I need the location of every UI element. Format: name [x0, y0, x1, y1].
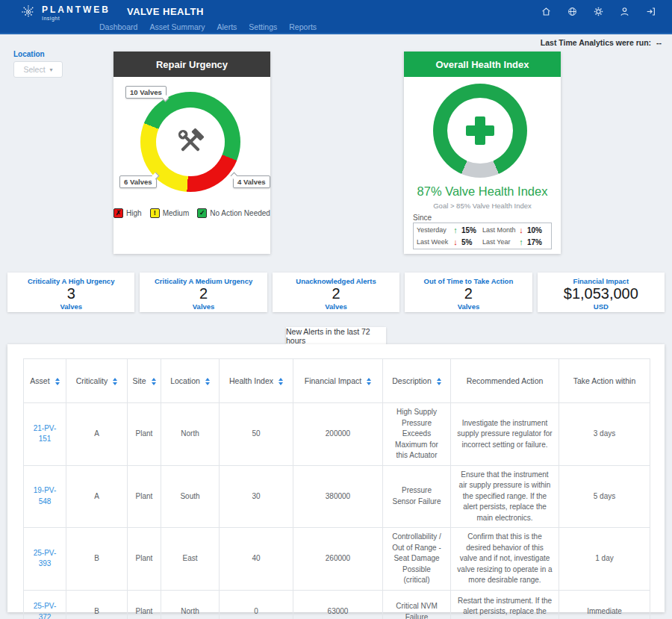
legend-item-high: ✗ High — [113, 208, 142, 218]
callout-no-action-count: 10 Valves — [125, 86, 167, 99]
cell-asset: 21-PV-151 — [24, 403, 66, 466]
cell-recommended-action: Confirm that this is the desired behavio… — [451, 528, 559, 591]
health-index-title: Overall Health Index — [404, 52, 561, 77]
cell-recommended-action: Investigate the instrument supply pressu… — [451, 403, 559, 466]
logout-icon[interactable] — [646, 7, 656, 16]
brand-name: PLANTWEB — [42, 4, 111, 15]
trend-down-icon: ↓ — [517, 225, 526, 234]
cell-health-index: 30 — [220, 465, 293, 528]
cell-location: South — [161, 465, 220, 528]
location-select[interactable]: Select ▾ — [13, 61, 63, 78]
column-header-financial-impact[interactable]: Financial Impact — [293, 359, 383, 403]
column-header-recommended-action: Recommended Action — [451, 359, 559, 403]
sort-icon[interactable] — [279, 378, 283, 385]
top-navbar: PLANTWEB Insight VALVE HEALTH — [0, 0, 672, 34]
column-header-criticality[interactable]: Criticality — [66, 359, 128, 403]
location-filter: Location Select ▾ — [13, 50, 63, 78]
brand-sub: Insight — [42, 16, 111, 21]
chevron-down-icon: ▾ — [50, 66, 53, 73]
last-analytics-note: Last Time Analytics were run: -- — [541, 38, 662, 47]
stat-yesterday: Yesterday ↑ 15% — [417, 224, 482, 236]
since-stats-box: Yesterday ↑ 15% Last Month ↓ 10% Last We… — [413, 223, 552, 249]
sort-icon[interactable] — [205, 378, 210, 385]
callout-high-count: 4 Valves — [233, 175, 270, 188]
sort-icon[interactable] — [367, 378, 371, 385]
health-donut-center — [447, 98, 513, 164]
column-header-location[interactable]: Location — [161, 359, 220, 403]
cell-financial-impact: 63000 — [293, 590, 383, 619]
asset-link[interactable]: 19-PV-548 — [34, 486, 57, 506]
new-alerts-button[interactable]: New Alerts in the last 72 hours — [286, 327, 386, 344]
sort-icon[interactable] — [55, 378, 60, 385]
user-icon[interactable] — [620, 7, 629, 16]
last-analytics-value: -- — [656, 38, 662, 47]
stat-last-year: Last Year ↑ 17% — [482, 236, 548, 248]
cell-take-action-within: 1 day — [559, 528, 650, 591]
cell-location: East — [161, 528, 220, 591]
brand: PLANTWEB Insight — [42, 3, 111, 21]
nav-link-asset-summary[interactable]: Asset Summary — [149, 22, 205, 31]
since-label: Since — [413, 214, 432, 222]
cell-criticality: A — [66, 403, 128, 466]
asset-link[interactable]: 25-PV-393 — [34, 549, 57, 568]
nav-link-reports[interactable]: Reports — [289, 22, 317, 31]
sort-icon[interactable] — [113, 378, 117, 385]
gear-icon[interactable] — [594, 7, 603, 16]
globe-icon[interactable] — [567, 7, 577, 16]
cell-site: Plant — [128, 465, 161, 528]
column-header-description[interactable]: Description — [383, 359, 451, 403]
alerts-table-card: AssetCriticalitySiteLocationHealth Index… — [7, 344, 665, 612]
cell-site: Plant — [128, 528, 161, 591]
stat-last-week: Last Week ↓ 5% — [417, 236, 482, 248]
home-icon[interactable] — [541, 7, 551, 16]
hammer-wrench-icon — [173, 125, 208, 159]
sort-icon[interactable] — [152, 378, 156, 385]
valve-health-dashboard: PLANTWEB Insight VALVE HEALTH — [0, 0, 672, 619]
legend-item-medium: ! Medium — [150, 208, 190, 218]
asset-link[interactable]: 21-PV-151 — [34, 424, 57, 444]
trend-up-icon: ↑ — [451, 225, 460, 234]
column-header-asset[interactable]: Asset — [24, 359, 66, 403]
health-index-donut-chart[interactable] — [433, 84, 527, 178]
repair-urgency-card: Repair Urgency 10 Valves 6 Valves 4 Valv… — [113, 52, 270, 254]
sort-icon[interactable] — [437, 378, 441, 385]
nav-links: DashboardAsset SummaryAlertsSettingsRepo… — [99, 22, 317, 31]
nav-icons — [541, 7, 662, 16]
kpi-financial-impact[interactable]: Financial Impact $1,053,000 USD — [538, 273, 665, 312]
repair-donut-center — [156, 108, 225, 176]
kpi-unacknowledged-alerts[interactable]: Unacknowledged Alerts 2 Valves — [273, 273, 399, 312]
column-header-site[interactable]: Site — [128, 359, 161, 403]
cell-asset: 19-PV-548 — [24, 465, 66, 528]
cell-recommended-action: Ensure that the instrument air supply pr… — [451, 465, 559, 528]
kpi-criticality-a-high[interactable]: Criticality A High Urgency 3 Valves — [7, 273, 134, 312]
cell-financial-impact: 260000 — [293, 528, 383, 591]
asset-link[interactable]: 25-PV-372 — [34, 602, 57, 619]
callout-medium-count: 6 Valves — [119, 175, 157, 188]
cell-asset: 25-PV-372 — [24, 590, 66, 619]
cell-site: Plant — [128, 403, 161, 466]
cell-take-action-within: Immediate — [559, 590, 650, 619]
cell-health-index: 50 — [220, 403, 293, 466]
trend-down-icon: ↓ — [451, 237, 460, 246]
alerts-table: AssetCriticalitySiteLocationHealth Index… — [23, 358, 650, 619]
nav-link-alerts[interactable]: Alerts — [217, 22, 237, 31]
nav-link-settings[interactable]: Settings — [249, 22, 277, 31]
cell-health-index: 0 — [220, 590, 293, 619]
cell-take-action-within: 5 days — [559, 465, 650, 528]
cell-description: High Supply Pressure Exceeds Maximum for… — [383, 403, 451, 466]
last-analytics-label: Last Time Analytics were run: — [541, 38, 651, 47]
trend-up-icon: ↑ — [517, 237, 526, 246]
cell-criticality: A — [66, 465, 128, 528]
cell-criticality: B — [66, 528, 128, 591]
kpi-out-of-time[interactable]: Out of Time to Take Action 2 Valves — [405, 273, 532, 312]
column-header-health-index[interactable]: Health Index — [220, 359, 293, 403]
page-title: VALVE HEALTH — [127, 6, 204, 17]
no-action-swatch-check-icon: ✓ — [197, 208, 207, 218]
health-index-goal: Goal > 85% Valve Health Index — [404, 202, 561, 210]
nav-link-dashboard[interactable]: Dashboard — [99, 22, 137, 31]
cell-criticality: B — [66, 590, 128, 619]
cell-site: Plant — [128, 590, 161, 619]
alerts-table-header: AssetCriticalitySiteLocationHealth Index… — [24, 359, 650, 403]
kpi-criticality-a-medium[interactable]: Criticality A Medium Urgency 2 Valves — [140, 273, 267, 312]
table-row: 21-PV-151APlantNorth50200000High Supply … — [24, 403, 650, 466]
